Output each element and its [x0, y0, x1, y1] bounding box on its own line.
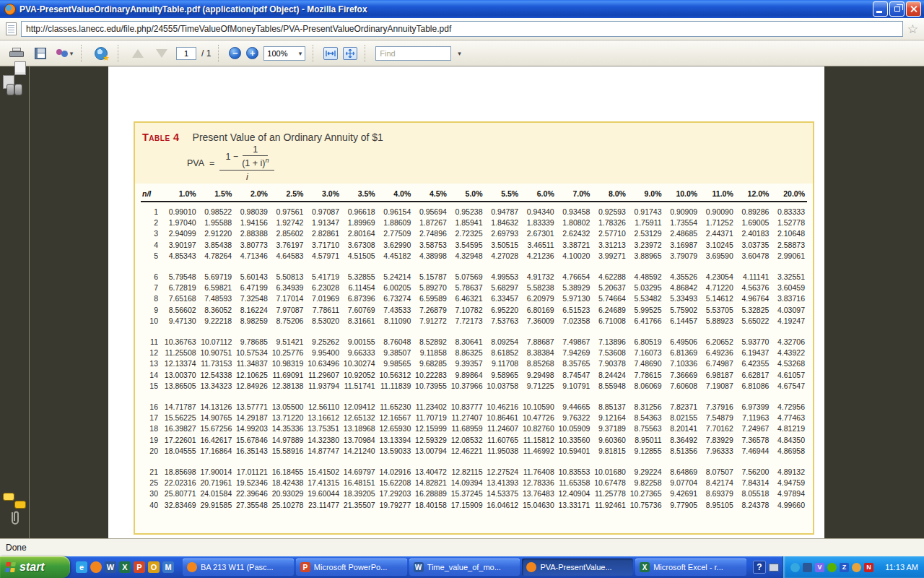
formula-inner-numerator: 1	[243, 144, 268, 156]
table-cell: 9.29498	[520, 370, 557, 381]
help-icon[interactable]: ?	[753, 561, 766, 574]
zoom-in-button[interactable]: +	[246, 47, 258, 59]
collaborate-button[interactable]: ▾	[55, 44, 74, 63]
task-button-excel[interactable]: XMicrosoft Excel - r...	[635, 558, 746, 576]
word-icon[interactable]: W	[105, 561, 116, 573]
site-page-icon	[6, 22, 17, 35]
table-row: 98.566028.360528.162247.970877.786117.60…	[141, 305, 807, 316]
display-icon[interactable]	[769, 564, 779, 571]
table-cell: 7.78615	[628, 370, 664, 381]
volume-icon[interactable]: V	[815, 563, 824, 572]
excel-icon[interactable]: X	[119, 561, 131, 573]
table-cell: 10.22283	[413, 370, 449, 381]
table-cell: 1.95588	[199, 217, 235, 228]
internet-explorer-icon[interactable]: e	[76, 561, 87, 573]
table-cell: 4.03097	[771, 305, 807, 316]
table-row-group: 1110.3676310.071129.786859.514219.252629…	[141, 337, 807, 392]
table-cell: 9.95400	[305, 348, 341, 358]
table-cell: 7.10782	[449, 305, 485, 316]
table-cell: 13.59033	[378, 446, 414, 457]
table-cell: 12.09412	[341, 402, 378, 413]
table-cell: 19.60044	[305, 488, 341, 499]
table-cell: 14.87747	[305, 446, 341, 457]
table-cell: 21.35507	[341, 500, 378, 511]
table-cell: 10.59401	[557, 446, 593, 457]
table-cell: 11.73153	[199, 358, 235, 369]
find-input[interactable]	[375, 46, 451, 61]
table-cell: 9.47130	[162, 316, 199, 327]
row-period-label: 2	[141, 217, 162, 228]
table-cell: 13.71220	[270, 413, 306, 423]
table-cell: 16.48151	[341, 478, 378, 488]
table-cell: 7.43533	[378, 305, 414, 316]
attachments-panel-button[interactable]	[7, 509, 22, 528]
table-cell: 8.06069	[628, 381, 664, 392]
messenger-icon[interactable]: M	[162, 561, 174, 573]
table-cell: 18.42438	[270, 478, 306, 488]
table-cell: 11.95038	[484, 446, 520, 457]
firefox-icon[interactable]	[90, 561, 102, 573]
task-button-firefox[interactable]: BA 213 W11 (Pasc...	[183, 558, 294, 576]
table-cell: 3.46511	[520, 240, 557, 251]
table-cell: 5.20637	[592, 282, 628, 293]
previous-page-button[interactable]	[128, 44, 147, 63]
table-cell: 4.56376	[736, 282, 772, 293]
table-cell: 9.68285	[413, 358, 449, 369]
table-cell: 6.41766	[628, 316, 664, 327]
row-period-label: 5	[141, 251, 162, 262]
table-cell: 9.71225	[520, 381, 557, 392]
table-row: 43.901973.854383.807733.761973.717103.67…	[141, 240, 807, 251]
table-cell: 7.94269	[557, 348, 593, 358]
table-cell: 19.79277	[378, 500, 414, 511]
table-cell: 14.82821	[413, 478, 449, 488]
table-cell: 5.65022	[736, 316, 772, 327]
network-icon[interactable]	[790, 563, 800, 572]
table-cell: 4.61057	[771, 370, 807, 381]
powerpoint-icon[interactable]: P	[134, 561, 145, 573]
table-cell: 11.25508	[162, 348, 199, 358]
table-cell: 5.50813	[270, 272, 306, 282]
start-button[interactable]: start	[0, 556, 70, 578]
print-button[interactable]	[7, 44, 26, 63]
minimize-button[interactable]	[873, 1, 888, 17]
table-cell: 0.97087	[305, 207, 341, 217]
zoom-out-button[interactable]: −	[229, 47, 241, 59]
url-input[interactable]	[21, 21, 903, 37]
upload-web-button[interactable]	[92, 44, 110, 63]
close-button[interactable]	[906, 1, 921, 17]
antivirus-icon[interactable]	[827, 563, 837, 572]
task-button-powerpoint[interactable]: PMicrosoft PowerPo...	[296, 558, 407, 576]
zoom-level-select[interactable]: 100% ▾	[263, 46, 305, 61]
nod32-icon[interactable]: N	[864, 563, 873, 572]
next-page-button[interactable]	[152, 44, 171, 63]
zip-icon[interactable]: Z	[840, 563, 849, 572]
table-cell: 4.86958	[771, 446, 807, 457]
table-cell: 7.88687	[520, 337, 557, 348]
update-icon[interactable]	[803, 563, 812, 572]
table-cell: 4.78264	[199, 251, 235, 262]
table-cell: 12.56110	[305, 402, 341, 413]
table-cell: 4.51505	[341, 251, 378, 262]
task-button-firefox[interactable]: PVA-PresentValue...	[522, 558, 633, 576]
table-cell: 1.83339	[520, 217, 557, 228]
table-cell: 10.10590	[520, 402, 557, 413]
table-cell: 9.39357	[449, 358, 485, 369]
table-cell: 3.50515	[484, 240, 520, 251]
scheduler-icon[interactable]	[852, 563, 861, 572]
save-button[interactable]	[31, 44, 50, 63]
table-cell: 24.01584	[199, 488, 235, 499]
pdf-viewer-area: Table 4 Present Value of an Ordinary Ann…	[0, 66, 924, 538]
fit-width-button[interactable]	[323, 47, 338, 60]
restore-button[interactable]	[889, 1, 905, 17]
task-button-word[interactable]: WTime_value_of_mo...	[409, 558, 520, 576]
table-cell: 8.85268	[520, 358, 557, 369]
table-cell: 13.70984	[341, 435, 378, 446]
table-cell: 10.57534	[234, 348, 270, 358]
page-number-input[interactable]	[176, 47, 196, 60]
table-cell: 16.39827	[162, 423, 199, 434]
page-count-label: / 1	[201, 48, 211, 59]
outlook-icon[interactable]: O	[148, 561, 160, 573]
fit-page-button[interactable]	[343, 47, 357, 60]
table-row: 1614.7178714.1312613.5777113.0550012.561…	[141, 402, 807, 413]
bookmark-star-icon[interactable]: ☆	[907, 23, 918, 35]
